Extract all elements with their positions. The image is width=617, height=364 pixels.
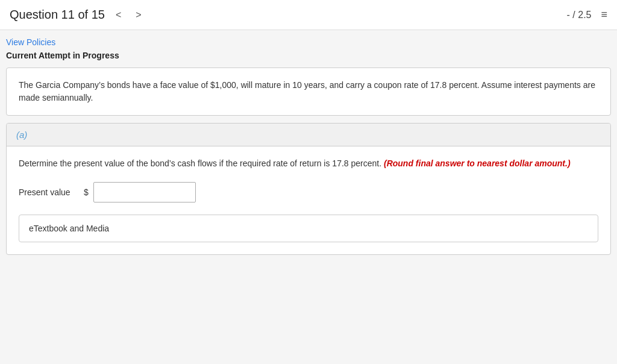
- present-value-row: Present value $: [19, 182, 598, 202]
- part-body-a: Determine the present value of the bond’…: [7, 146, 610, 254]
- prev-question-button[interactable]: <: [112, 8, 125, 22]
- score-display: - / 2.5: [567, 10, 592, 20]
- next-question-button[interactable]: >: [132, 8, 145, 22]
- top-bar-right: - / 2.5 ≡: [567, 8, 607, 21]
- etextbook-bar[interactable]: eTextbook and Media: [19, 215, 598, 242]
- list-icon[interactable]: ≡: [601, 8, 607, 21]
- etextbook-label: eTextbook and Media: [29, 224, 109, 233]
- attempt-status: Current Attempt in Progress: [6, 51, 611, 60]
- main-content: View Policies Current Attempt in Progres…: [0, 30, 617, 364]
- present-value-label: Present value: [19, 187, 79, 197]
- dollar-sign: $: [84, 187, 89, 197]
- question-box: The Garcia Company’s bonds have a face v…: [6, 67, 611, 116]
- top-bar-left: Question 11 of 15 < >: [10, 8, 145, 22]
- part-label-a: (a): [16, 130, 27, 140]
- present-value-input[interactable]: [93, 182, 196, 202]
- part-header-a: (a): [7, 124, 610, 146]
- instruction-round-note: (Round final answer to nearest dollar am…: [384, 158, 571, 168]
- question-text: The Garcia Company’s bonds have a face v…: [19, 80, 595, 102]
- view-policies-link[interactable]: View Policies: [6, 37, 611, 47]
- question-title: Question 11 of 15: [10, 8, 105, 22]
- part-instruction-a: Determine the present value of the bond’…: [19, 157, 598, 170]
- instruction-plain: Determine the present value of the bond’…: [19, 158, 384, 168]
- part-box-a: (a) Determine the present value of the b…: [6, 123, 611, 255]
- top-bar: Question 11 of 15 < > - / 2.5 ≡: [0, 0, 617, 30]
